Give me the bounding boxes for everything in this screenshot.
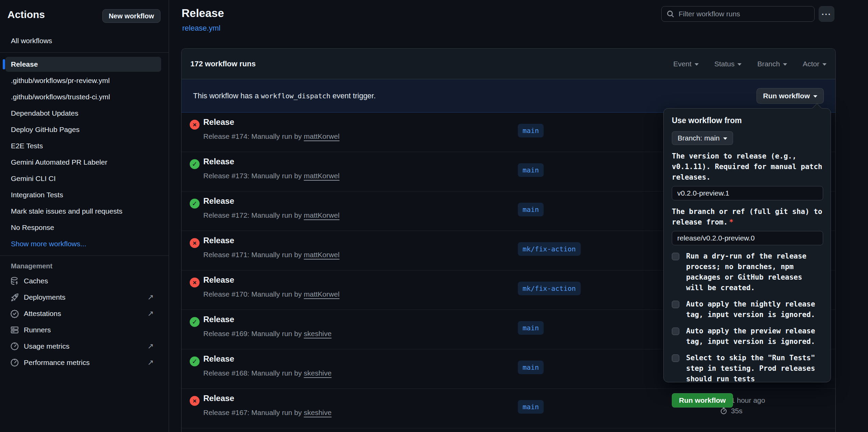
sidebar-item-release[interactable]: Release: [0, 56, 169, 72]
branch-badge[interactable]: main: [518, 400, 544, 414]
failure-icon: ×: [190, 396, 200, 406]
runs-count: 172 workflow runs: [190, 60, 256, 68]
failure-icon: ×: [190, 120, 200, 130]
sidebar-item-usage-metrics[interactable]: Usage metrics ↗: [0, 338, 169, 354]
sidebar-item-attestations[interactable]: Attestations ↗: [0, 305, 169, 322]
ref-input[interactable]: [672, 231, 823, 245]
branch-badge[interactable]: main: [518, 163, 544, 177]
filter-runs-field: [661, 6, 815, 22]
new-workflow-button[interactable]: New workflow: [102, 9, 160, 23]
actor-link[interactable]: skeshive: [304, 369, 332, 377]
event-filter-dropdown[interactable]: Event: [673, 60, 699, 68]
branch-filter-dropdown[interactable]: Branch: [757, 60, 787, 68]
sidebar-item-pr-review[interactable]: .github/workflows/pr-review.yml: [0, 72, 169, 89]
sidebar-item-performance-metrics[interactable]: Performance metrics ↗: [0, 354, 169, 371]
chevron-down-icon: [783, 63, 787, 66]
run-title-link[interactable]: Release: [203, 354, 234, 364]
workflow-dispatch-banner: This workflow has aworkflow_dispatcheven…: [182, 79, 835, 113]
chevron-down-icon: [723, 137, 727, 140]
run-title-link[interactable]: Release: [203, 117, 234, 127]
search-icon: [666, 10, 675, 18]
sidebar-item-e2e-tests[interactable]: E2E Tests: [0, 138, 169, 154]
run-workflow-submit-button[interactable]: Run workflow: [672, 393, 733, 408]
actor-filter-dropdown[interactable]: Actor: [803, 60, 827, 68]
sidebar-item-label: Performance metrics: [24, 359, 90, 367]
verified-icon: [10, 309, 19, 318]
success-icon: ✓: [190, 317, 200, 327]
dry-run-checkbox[interactable]: [672, 253, 679, 260]
sidebar-item-gemini-pr-labeler[interactable]: Gemini Automated PR Labeler: [0, 154, 169, 170]
sidebar-header: Actions New workflow: [0, 0, 169, 33]
run-description: Release #168: Manually run byskeshive: [203, 369, 331, 377]
branch-badge[interactable]: main: [518, 321, 544, 335]
skip-tests-checkbox[interactable]: [672, 354, 679, 362]
branch-select-button[interactable]: Branch: main: [672, 131, 733, 145]
run-description: Release #173: Manually run bymattKorwel: [203, 172, 340, 180]
run-description: Release #169: Manually run byskeshive: [203, 330, 331, 338]
status-filter-dropdown[interactable]: Status: [714, 60, 742, 68]
sidebar-item-no-response[interactable]: No Response: [0, 219, 169, 236]
external-link-icon: ↗: [148, 358, 154, 367]
sidebar-divider: [0, 52, 169, 53]
run-description: Release #167: Manually run byskeshive: [203, 409, 331, 417]
external-link-icon: ↗: [148, 293, 154, 302]
actor-link[interactable]: mattKorwel: [304, 251, 340, 259]
branch-badge[interactable]: mk/fix-action: [518, 242, 581, 256]
sidebar-item-label: Release: [11, 60, 38, 68]
sidebar-item-all-workflows[interactable]: All workflows: [0, 33, 169, 49]
branch-badge[interactable]: main: [518, 203, 544, 216]
preview-tag-checkbox[interactable]: [672, 328, 679, 335]
run-title-link[interactable]: Release: [203, 394, 234, 403]
stopwatch-icon: [720, 407, 728, 415]
sidebar-item-runners[interactable]: Runners: [0, 322, 169, 338]
checkbox-label: Auto apply the nightly release tag, inpu…: [686, 299, 822, 320]
rocket-icon: [10, 293, 19, 302]
ref-input-label: The branch or ref (full git sha) to rele…: [672, 206, 822, 228]
banner-text: This workflow has aworkflow_dispatcheven…: [193, 92, 376, 100]
run-title-link[interactable]: Release: [203, 275, 234, 285]
sidebar-item-trusted-ci[interactable]: .github/workflows/trusted-ci.yml: [0, 89, 169, 105]
page-title: Actions: [7, 9, 45, 20]
actor-link[interactable]: mattKorwel: [304, 172, 340, 180]
sidebar-divider: [0, 255, 169, 256]
version-input[interactable]: [672, 186, 823, 200]
chevron-down-icon: [695, 63, 699, 66]
version-input-label: The version to release (e.g., v0.1.11). …: [672, 151, 822, 183]
run-title-link[interactable]: Release: [203, 196, 234, 206]
chevron-down-icon: [813, 95, 817, 98]
nightly-tag-checkbox[interactable]: [672, 301, 679, 308]
actor-link[interactable]: mattKorwel: [304, 290, 340, 298]
sidebar-item-dependabot-updates[interactable]: Dependabot Updates: [0, 105, 169, 121]
sidebar-item-deployments[interactable]: Deployments ↗: [0, 289, 169, 305]
show-more-workflows-link[interactable]: Show more workflows...: [0, 236, 169, 252]
actor-link[interactable]: mattKorwel: [304, 132, 340, 140]
actor-link[interactable]: mattKorwel: [304, 211, 340, 219]
branch-badge[interactable]: main: [518, 361, 544, 374]
actions-sidebar: Actions New workflow All workflows Relea…: [0, 0, 169, 432]
branch-badge[interactable]: mk/fix-action: [518, 282, 581, 295]
sidebar-item-mark-stale[interactable]: Mark stale issues and pull requests: [0, 203, 169, 219]
actor-link[interactable]: skeshive: [304, 330, 332, 337]
sidebar-item-deploy-github-pages[interactable]: Deploy GitHub Pages: [0, 121, 169, 138]
run-title-link[interactable]: Release: [203, 157, 234, 166]
run-title-link[interactable]: Release: [203, 315, 234, 324]
failure-icon: ×: [190, 238, 200, 248]
runs-filter-bar: Event Status Branch Actor: [673, 60, 827, 68]
sidebar-item-caches[interactable]: Caches: [0, 273, 169, 289]
chevron-down-icon: [822, 63, 827, 66]
run-description: Release #170: Manually run bymattKorwel: [203, 290, 340, 298]
branch-badge[interactable]: main: [518, 124, 544, 137]
run-description: Release #172: Manually run bymattKorwel: [203, 211, 340, 219]
failure-icon: ×: [190, 278, 200, 287]
filter-workflow-runs-input[interactable]: [679, 10, 810, 18]
actor-link[interactable]: skeshive: [304, 409, 332, 416]
run-title-link[interactable]: Release: [203, 236, 234, 245]
sidebar-item-label: Caches: [24, 277, 48, 285]
sidebar-item-integration-tests[interactable]: Integration Tests: [0, 187, 169, 203]
workflow-options-kebab-button[interactable]: ...: [819, 6, 834, 22]
workflow-file-link[interactable]: release.yml: [182, 24, 220, 33]
run-workflow-dropdown-button[interactable]: Run workflow: [756, 88, 824, 104]
success-icon: ✓: [190, 199, 200, 209]
sidebar-item-gemini-cli-ci[interactable]: Gemini CLI CI: [0, 170, 169, 187]
checkbox-label: Select to skip the "Run Tests" step in t…: [686, 353, 822, 384]
